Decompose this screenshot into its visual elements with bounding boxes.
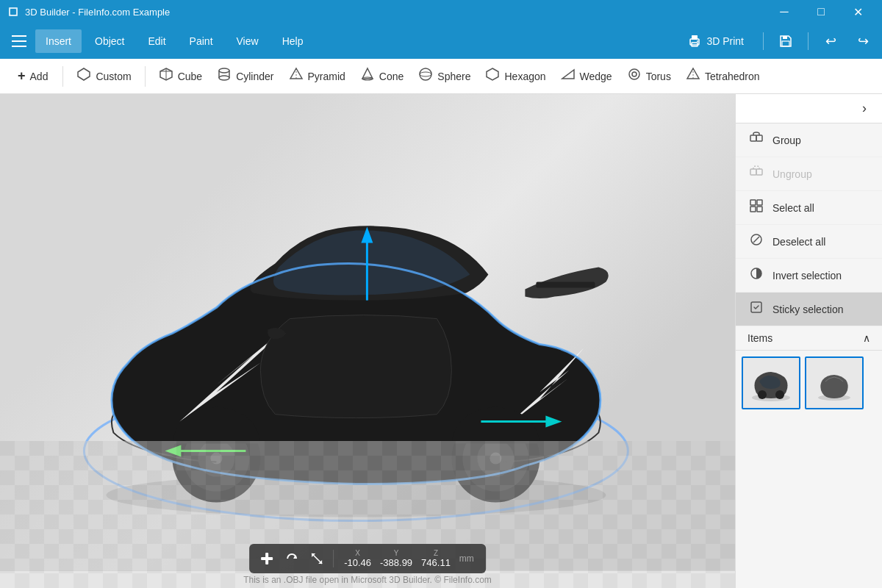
wedge-shape-icon — [561, 67, 576, 82]
sticky-selection-icon — [747, 300, 765, 318]
undo-button[interactable]: ↩ — [817, 28, 844, 54]
save-button[interactable] — [772, 28, 799, 54]
arrow-left — [165, 445, 245, 457]
torus-icon — [627, 67, 642, 85]
cube-shape-icon — [159, 67, 173, 82]
print-label: 3D Print — [706, 35, 744, 47]
svg-rect-1 — [10, 9, 16, 15]
panel-collapse-button[interactable]: › — [853, 97, 876, 121]
tetrahedron-shape-icon — [686, 67, 700, 82]
torus-shape-icon — [627, 67, 642, 82]
car-model — [69, 172, 642, 525]
deselect-all-action[interactable]: Deselect all — [736, 225, 882, 259]
invert-selection-label: Invert selection — [772, 270, 842, 282]
rotate-icon[interactable] — [280, 547, 304, 570]
sticky-selection-action[interactable]: Sticky selection — [736, 293, 882, 326]
add-label: Add — [30, 71, 49, 82]
status-divider — [333, 550, 334, 567]
right-panel: › Group Ungroup — [735, 94, 882, 588]
items-collapse-icon[interactable]: ∧ — [863, 332, 870, 344]
scale-icon[interactable] — [305, 547, 329, 570]
custom-icon — [76, 67, 91, 85]
svg-rect-41 — [750, 135, 756, 141]
toolbar: + Add Custom Cube — [0, 59, 882, 94]
svg-rect-48 — [757, 207, 762, 212]
hexagon-icon — [485, 67, 500, 85]
wedge-label: Wedge — [580, 71, 612, 82]
item-1-preview — [749, 361, 793, 405]
svg-point-19 — [632, 72, 637, 76]
close-button[interactable]: ✕ — [841, 0, 875, 24]
toolbar-separator2 — [145, 66, 146, 87]
position-icon[interactable] — [255, 547, 279, 570]
toolbar-item-cylinder[interactable]: Cylinder — [209, 61, 281, 91]
menu-item-object[interactable]: Object — [85, 29, 135, 53]
ungroup-icon — [747, 165, 765, 183]
svg-rect-42 — [756, 135, 762, 141]
menu-item-insert[interactable]: Insert — [35, 29, 82, 53]
hamburger-menu[interactable] — [6, 28, 32, 54]
svg-line-40 — [312, 553, 322, 564]
group-action[interactable]: Group — [736, 123, 882, 157]
sticky-selection-label: Sticky selection — [772, 304, 843, 315]
toolbar-item-custom[interactable]: Custom — [69, 61, 138, 91]
custom-label: Custom — [96, 71, 131, 82]
svg-point-55 — [775, 390, 784, 399]
canvas-area[interactable]: X -10.46 Y -388.99 Z 746.11 mm This is a… — [0, 94, 735, 588]
item-2-preview — [812, 361, 856, 405]
toolbar-item-cone[interactable]: Cone — [353, 61, 411, 91]
items-grid — [736, 351, 882, 415]
coord-z: Z 746.11 — [421, 549, 451, 568]
item-thumb-2[interactable] — [805, 356, 864, 409]
print-button[interactable]: 3D Print — [677, 29, 754, 53]
select-all-action[interactable]: Select all — [736, 191, 882, 225]
svg-rect-44 — [756, 169, 762, 175]
wedge-icon — [561, 67, 576, 85]
item-thumb-1[interactable] — [742, 356, 800, 409]
select-all-icon — [747, 198, 765, 217]
toolbar-item-hexagon[interactable]: Hexagon — [478, 61, 553, 91]
title-bar: 3D Builder - FileInfo.com Example ─ □ ✕ — [0, 0, 882, 24]
maximize-button[interactable]: □ — [804, 0, 838, 24]
cone-label: Cone — [379, 71, 404, 82]
svg-rect-6 — [783, 36, 787, 39]
invert-selection-action[interactable]: Invert selection — [736, 259, 882, 293]
ungroup-action[interactable]: Ungroup — [736, 157, 882, 191]
menu-item-help[interactable]: Help — [272, 29, 314, 53]
deselect-all-icon — [747, 232, 765, 251]
coordinates: X -10.46 Y -388.99 Z 746.11 mm — [338, 549, 480, 568]
hexagon-label: Hexagon — [504, 71, 545, 82]
unit-label: mm — [459, 553, 474, 564]
custom-shape-icon — [76, 67, 91, 82]
cone-icon — [360, 67, 375, 85]
cube-icon — [159, 67, 173, 85]
svg-point-21 — [106, 473, 606, 517]
sphere-label: Sphere — [437, 71, 470, 82]
svg-rect-3 — [692, 35, 698, 40]
minimize-button[interactable]: ─ — [767, 0, 801, 24]
toolbar-item-sphere[interactable]: Sphere — [411, 61, 478, 91]
redo-button[interactable]: ↪ — [850, 28, 876, 54]
toolbar-item-cube[interactable]: Cube — [151, 61, 209, 91]
menu-item-paint[interactable]: Paint — [179, 29, 223, 53]
svg-point-18 — [629, 69, 639, 79]
svg-point-13 — [219, 76, 229, 80]
coord-x: X -10.46 — [344, 549, 371, 568]
add-button[interactable]: + Add — [9, 62, 57, 90]
hexagon-shape-icon — [485, 67, 500, 82]
toolbar-item-wedge[interactable]: Wedge — [553, 61, 620, 91]
toolbar-item-tetrahedron[interactable]: Tetrahedron — [678, 61, 767, 91]
main-area: X -10.46 Y -388.99 Z 746.11 mm This is a… — [0, 94, 882, 588]
svg-point-54 — [758, 390, 767, 399]
coord-y: Y -388.99 — [380, 549, 412, 568]
toolbar-item-pyramid[interactable]: Pyramid — [282, 61, 353, 91]
print-icon — [687, 34, 702, 49]
toolbar-item-torus[interactable]: Torus — [620, 61, 678, 91]
menu-item-view[interactable]: View — [226, 29, 269, 53]
menu-item-edit[interactable]: Edit — [137, 29, 176, 53]
svg-point-30 — [477, 440, 514, 477]
cone-shape-icon — [360, 67, 375, 82]
cylinder-label: Cylinder — [236, 71, 273, 82]
status-bar: X -10.46 Y -388.99 Z 746.11 mm — [249, 544, 486, 573]
svg-line-50 — [753, 237, 759, 243]
